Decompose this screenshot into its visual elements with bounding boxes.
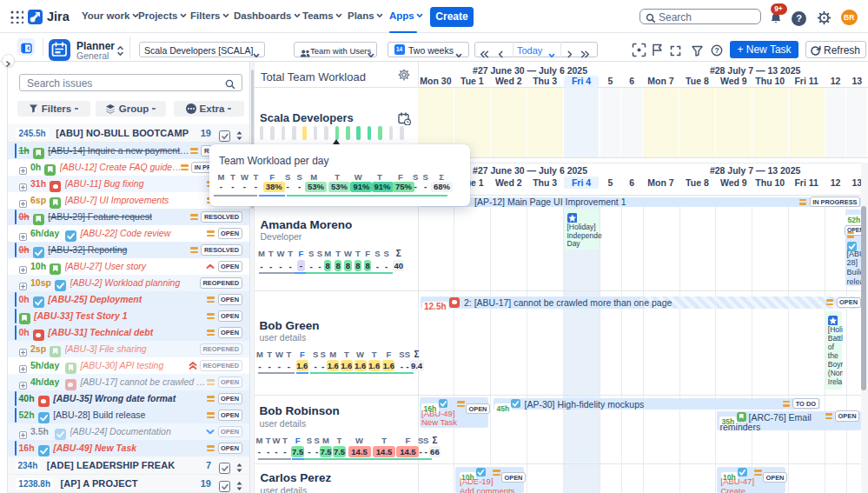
svg-text:?: ? [714, 46, 719, 55]
